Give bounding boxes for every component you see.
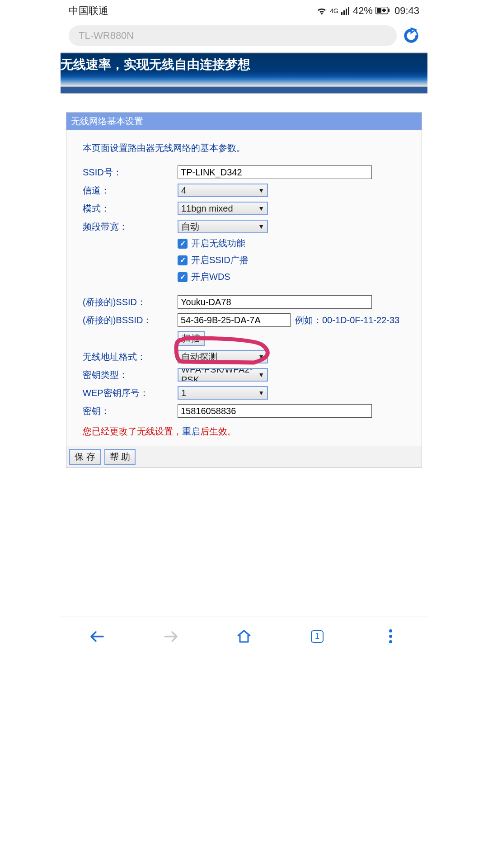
browser-url-bar: TL-WR880N [61, 20, 427, 52]
bandwidth-select[interactable]: 自动 [178, 220, 268, 233]
signal-icon [341, 7, 350, 15]
status-right: 4G 42% 09:43 [316, 5, 419, 17]
svg-rect-6 [377, 8, 381, 13]
label-key: 密钥： [83, 405, 178, 417]
label-mode: 模式： [83, 203, 178, 215]
label-addr-format: 无线地址格式： [83, 351, 178, 363]
back-icon [89, 630, 105, 643]
bridge-bssid-input[interactable] [178, 313, 291, 327]
label-ssid: SSID号： [83, 166, 178, 179]
forward-icon [163, 630, 178, 643]
checkbox-ssid-broadcast-label: 开启SSID广播 [191, 254, 249, 266]
forward-button[interactable] [162, 627, 180, 646]
tab-count: 1 [311, 630, 324, 643]
svg-rect-2 [346, 9, 347, 15]
svg-rect-1 [343, 10, 345, 15]
panel-footer: 保 存 帮 助 [66, 446, 422, 467]
bridge-ssid-input[interactable] [178, 295, 372, 309]
ssid-input[interactable] [178, 165, 372, 179]
menu-dots-icon [389, 629, 392, 643]
checkbox-wireless-label: 开启无线功能 [191, 237, 245, 250]
addr-format-select[interactable]: 自动探测 [178, 350, 268, 363]
wireless-settings-panel: 无线网络基本设置 本页面设置路由器无线网络的基本参数。 SSID号： 信道： 4… [66, 112, 422, 468]
clock: 09:43 [394, 5, 419, 17]
checkbox-wds[interactable]: ✓ [178, 272, 188, 282]
bssid-hint: 例如：00-1D-0F-11-22-33 [295, 314, 399, 326]
notice-text-2: 后生效。 [200, 426, 236, 436]
url-input[interactable]: TL-WR880N [69, 25, 397, 46]
status-bar: 中国联通 4G 42% 09:43 [61, 0, 427, 20]
key-input[interactable] [178, 404, 372, 418]
page-banner: 无线速率，实现无线自由连接梦想 [61, 52, 427, 86]
svg-rect-3 [348, 7, 349, 15]
reload-icon[interactable] [403, 28, 419, 44]
label-bandwidth: 频段带宽： [83, 221, 178, 233]
label-bridge-ssid: (桥接的)SSID： [83, 296, 178, 308]
notice-text-1: 您已经更改了无线设置， [83, 426, 182, 436]
label-wep-index: WEP密钥序号： [83, 387, 178, 399]
scan-button[interactable]: 扫描 [178, 331, 205, 346]
menu-button[interactable] [382, 627, 400, 646]
wifi-icon [316, 6, 327, 15]
help-button[interactable]: 帮 助 [104, 449, 136, 465]
checkbox-ssid-broadcast[interactable]: ✓ [178, 255, 188, 265]
carrier-label: 中国联通 [69, 4, 108, 18]
restart-link[interactable]: 重启 [182, 426, 200, 436]
checkbox-wds-label: 开启WDS [191, 271, 230, 283]
label-key-type: 密钥类型： [83, 369, 178, 381]
back-button[interactable] [88, 627, 106, 646]
tabs-button[interactable]: 1 [308, 627, 326, 646]
save-button[interactable]: 保 存 [69, 449, 101, 465]
battery-percent: 42% [353, 5, 373, 17]
home-icon [236, 629, 252, 644]
channel-select[interactable]: 4 [178, 184, 268, 197]
checkbox-wireless[interactable]: ✓ [178, 239, 188, 249]
label-bridge-bssid: (桥接的)BSSID： [83, 314, 178, 326]
key-type-select[interactable]: WPA-PSK/WPA2-PSK [178, 368, 268, 382]
svg-rect-5 [388, 9, 389, 12]
svg-rect-0 [341, 12, 343, 15]
svg-rect-8 [383, 9, 385, 12]
panel-title: 无线网络基本设置 [66, 113, 422, 130]
sub-banner [61, 86, 427, 94]
browser-bottom-nav: 1 [61, 617, 427, 656]
battery-icon [375, 7, 390, 15]
label-channel: 信道： [83, 184, 178, 197]
wep-index-select[interactable]: 1 [178, 386, 268, 400]
notice: 您已经更改了无线设置，重启后生效。 [83, 425, 411, 438]
home-button[interactable] [235, 627, 253, 646]
network-type: 4G [330, 8, 338, 14]
panel-intro: 本页面设置路由器无线网络的基本参数。 [83, 142, 411, 154]
mode-select[interactable]: 11bgn mixed [178, 202, 268, 215]
